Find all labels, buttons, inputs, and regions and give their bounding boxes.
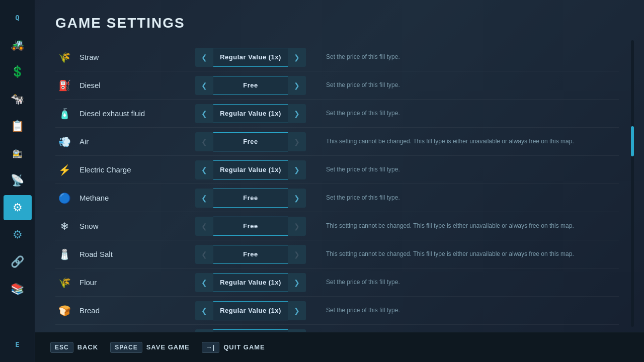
arrow-key-badge: →|	[202, 342, 219, 353]
ctrl-value-air: Free	[213, 132, 288, 151]
sidebar-item-e[interactable]: E	[4, 332, 32, 357]
sidebar-item-animals[interactable]: 🐄	[4, 86, 32, 112]
ctrl-right-flour[interactable]: ❯	[288, 273, 306, 292]
setting-row-flour: 🌾 Flour ❮ Regular Value (1x) ❯ Set the p…	[55, 268, 619, 297]
ctrl-left-snow: ❮	[195, 217, 213, 236]
ctrl-value-flour: Regular Value (1x)	[213, 273, 288, 292]
library-icon: 📚	[11, 283, 24, 296]
settings-list: 🌾 Straw ❮ Regular Value (1x) ❯ Set the p…	[55, 43, 624, 332]
e-icon: E	[15, 340, 19, 348]
ctrl-value-diesel: Free	[213, 76, 288, 95]
ctrl-right-diesel-exhaust[interactable]: ❯	[288, 104, 306, 123]
sidebar-item-library[interactable]: 📚	[4, 277, 32, 302]
sidebar-item-network[interactable]: 🔗	[4, 249, 32, 275]
setting-control-methane: ❮ Free ❯	[195, 189, 306, 208]
log-icon: 📋	[11, 120, 24, 133]
back-hint[interactable]: ESC BACK	[50, 342, 98, 353]
ctrl-left-diesel[interactable]: ❮	[195, 76, 213, 95]
sidebar-item-settings[interactable]: ⚙	[4, 195, 32, 220]
dollar-icon: 💲	[11, 65, 24, 78]
setting-row-electric-charge: ⚡ Electric Charge ❮ Regular Value (1x) ❯…	[55, 156, 619, 184]
ctrl-right-snow: ❯	[288, 217, 306, 236]
tractor-icon: 🚜	[11, 38, 24, 51]
ctrl-left-electric-charge[interactable]: ❮	[195, 160, 213, 179]
sidebar-item-money[interactable]: 💲	[4, 59, 32, 84]
save-hint[interactable]: SPACE SAVE GAME	[110, 342, 190, 353]
setting-control-air: ❮ Free ❯	[195, 132, 306, 151]
ctrl-value-bread: Regular Value (1x)	[213, 301, 288, 320]
animal-icon: 🐄	[11, 93, 24, 106]
main-content: GAME SETTINGS 🌾 Straw ❮ Regular Value (1…	[35, 0, 644, 332]
scroll-track[interactable]	[631, 40, 634, 327]
setting-name-road-salt: Road Salt	[79, 250, 195, 258]
setting-control-diesel-exhaust: ❮ Regular Value (1x) ❯	[195, 104, 306, 123]
q-icon: Q	[15, 14, 19, 22]
sidebar-item-train[interactable]: 🚉	[4, 141, 32, 166]
setting-row-diesel-exhaust: 🧴 Diesel exhaust fluid ❮ Regular Value (…	[55, 100, 619, 128]
ctrl-right-diesel[interactable]: ❯	[288, 76, 306, 95]
sidebar: Q 🚜 💲 🐄 📋 🚉 📡 ⚙ ⚙ 🔗 📚 E	[0, 0, 35, 362]
setting-row-snow: ❄ Snow ❮ Free ❯ This setting cannot be c…	[55, 212, 619, 240]
sidebar-item-tractor[interactable]: 🚜	[4, 32, 32, 57]
ctrl-value-straw: Regular Value (1x)	[213, 48, 288, 67]
setting-control-straw: ❮ Regular Value (1x) ❯	[195, 48, 306, 67]
setting-name-bread: Bread	[79, 306, 195, 315]
setting-row-methane: 🔵 Methane ❮ Free ❯ Set the price of this…	[55, 184, 619, 212]
sidebar-item-log[interactable]: 📋	[4, 114, 32, 139]
setting-row-road-salt: 🧂 Road Salt ❮ Free ❯ This setting cannot…	[55, 240, 619, 268]
ctrl-right-air: ❯	[288, 132, 306, 151]
setting-row-bread: 🍞 Bread ❮ Regular Value (1x) ❯ Set the p…	[55, 297, 619, 325]
back-label: BACK	[77, 343, 99, 351]
ctrl-right-bread[interactable]: ❯	[288, 301, 306, 320]
bottom-bar: ESC BACK SPACE SAVE GAME →| QUIT GAME	[35, 332, 644, 362]
ctrl-left-flour[interactable]: ❮	[195, 273, 213, 292]
save-label: SAVE GAME	[146, 343, 190, 351]
setting-name-air: Air	[79, 137, 195, 146]
sidebar-item-q[interactable]: Q	[4, 5, 32, 30]
setting-desc-electric-charge: Set the price of this fill type.	[306, 165, 619, 174]
setting-desc-diesel: Set the price of this fill type.	[306, 81, 619, 89]
setting-icon-diesel-exhaust: 🧴	[55, 105, 73, 123]
setting-icon-snow: ❄	[55, 217, 73, 235]
ctrl-right-straw[interactable]: ❯	[288, 48, 306, 67]
esc-key-badge: ESC	[50, 342, 73, 353]
sidebar-item-gear2[interactable]: ⚙	[4, 222, 32, 247]
settings-gear-icon: ⚙	[13, 201, 23, 214]
setting-desc-air: This setting cannot be changed. This fil…	[306, 137, 619, 146]
quit-label: QUIT GAME	[223, 343, 265, 351]
setting-desc-methane: Set the price of this fill type.	[306, 194, 619, 202]
setting-desc-diesel-exhaust: Set the price of this fill type.	[306, 109, 619, 118]
setting-desc-flour: Set the price of this fill type.	[306, 278, 619, 287]
ctrl-left-air: ❮	[195, 132, 213, 151]
setting-name-snow: Snow	[79, 222, 195, 230]
setting-desc-snow: This setting cannot be changed. This fil…	[306, 222, 619, 230]
ctrl-value-road-salt: Free	[213, 245, 288, 264]
setting-icon-air: 💨	[55, 133, 73, 151]
ctrl-left-methane[interactable]: ❮	[195, 189, 213, 208]
network-icon: 🔗	[11, 255, 24, 268]
ctrl-right-electric-charge[interactable]: ❯	[288, 160, 306, 179]
setting-desc-bread: Set the price of this fill type.	[306, 306, 619, 315]
ctrl-left-bread[interactable]: ❮	[195, 301, 213, 320]
ctrl-value-electric-charge: Regular Value (1x)	[213, 160, 288, 179]
setting-control-bread: ❮ Regular Value (1x) ❯	[195, 301, 306, 320]
ctrl-left-road-salt: ❮	[195, 245, 213, 264]
setting-row-straw: 🌾 Straw ❮ Regular Value (1x) ❯ Set the p…	[55, 43, 619, 71]
ctrl-left-straw[interactable]: ❮	[195, 48, 213, 67]
ctrl-left-diesel-exhaust[interactable]: ❮	[195, 104, 213, 123]
setting-name-diesel: Diesel	[79, 81, 195, 89]
ctrl-right-road-salt: ❯	[288, 245, 306, 264]
setting-icon-road-salt: 🧂	[55, 245, 73, 263]
setting-icon-diesel: ⛽	[55, 76, 73, 95]
setting-name-flour: Flour	[79, 278, 195, 287]
ctrl-right-methane[interactable]: ❯	[288, 189, 306, 208]
setting-control-electric-charge: ❮ Regular Value (1x) ❯	[195, 160, 306, 179]
setting-desc-straw: Set the price of this fill type.	[306, 53, 619, 61]
setting-icon-methane: 🔵	[55, 189, 73, 207]
setting-name-electric-charge: Electric Charge	[79, 165, 195, 174]
sidebar-item-monitor[interactable]: 📡	[4, 168, 32, 193]
ctrl-value-snow: Free	[213, 217, 288, 236]
quit-hint[interactable]: →| QUIT GAME	[202, 342, 265, 353]
setting-name-diesel-exhaust: Diesel exhaust fluid	[79, 109, 195, 118]
page-title: GAME SETTINGS	[55, 15, 624, 31]
